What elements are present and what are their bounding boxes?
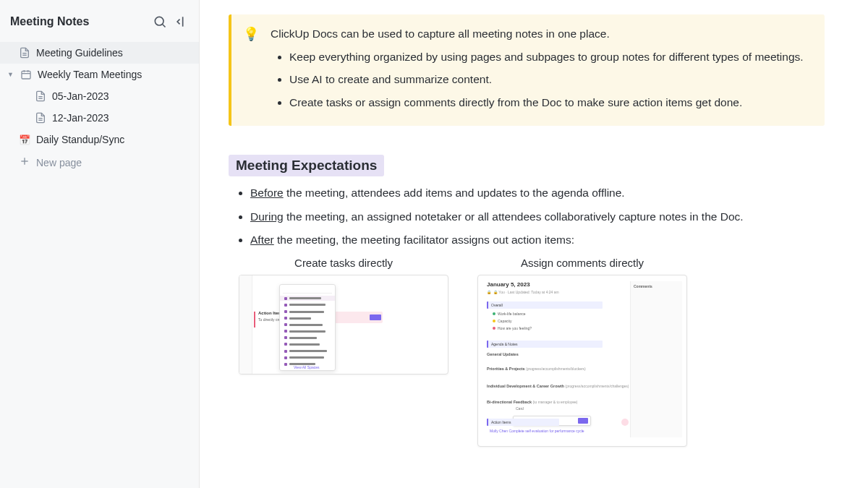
svg-point-0 xyxy=(155,17,163,25)
callout-bullet: Use AI to create and summarize content. xyxy=(289,70,810,89)
sidebar-item-label: Weekly Team Meetings xyxy=(38,69,142,80)
thumbnail-assign-comments[interactable]: January 5, 2023 🔒🔒 You · Last Updated: T… xyxy=(477,275,687,447)
expectation-prefix: Before xyxy=(250,187,284,199)
lock-icon: 🔒 xyxy=(487,290,491,294)
thumb-date: January 5, 2023 xyxy=(487,281,530,288)
sidebar-item-label: 05-Jan-2023 xyxy=(52,90,109,102)
callout-content: ClickUp Docs can be used to capture all … xyxy=(271,25,810,116)
search-icon[interactable] xyxy=(153,14,167,29)
sidebar-nav: Meeting Guidelines ▼ Weekly Team Meeting… xyxy=(0,42,199,488)
expectation-text: the meeting, attendees add items and upd… xyxy=(284,187,625,199)
header-general: General Updates xyxy=(487,352,519,356)
chevron-down-icon[interactable]: ▼ xyxy=(7,71,14,78)
callout-block[interactable]: 💡 ClickUp Docs can be used to capture al… xyxy=(229,14,825,126)
collapse-sidebar-icon[interactable] xyxy=(174,14,189,29)
callout-intro: ClickUp Docs can be used to capture all … xyxy=(271,25,810,43)
column-assign-comments: Assign comments directly January 5, 2023… xyxy=(477,257,687,447)
assignee-avatar xyxy=(621,419,629,426)
doc-icon xyxy=(35,90,46,102)
svg-rect-5 xyxy=(22,71,30,79)
expectation-text: the meeting, the meeting facilitator ass… xyxy=(274,234,574,246)
header-feedback: Bi-directional Feedback (to manager & to… xyxy=(487,400,577,404)
document-content[interactable]: 💡 ClickUp Docs can be used to capture al… xyxy=(200,0,868,488)
section-action: Action Items xyxy=(487,419,559,426)
sidebar-item-12-jan-2023[interactable]: 12-Jan-2023 xyxy=(0,107,199,129)
sidebar-item-daily-standup[interactable]: 📅 Daily Standup/Sync xyxy=(0,129,199,150)
comments-panel: Comments xyxy=(630,281,682,437)
sidebar: Meeting Notes Meeting Guidelines ▼ Weekl… xyxy=(0,0,200,488)
thumbnail-create-tasks[interactable]: Action Items To directly create xyxy=(239,275,448,374)
sidebar-item-weekly-team-meetings[interactable]: ▼ Weekly Team Meetings xyxy=(0,64,199,85)
expectation-text: the meeting, an assigned notetaker or al… xyxy=(284,210,744,223)
svg-line-1 xyxy=(163,25,166,27)
sidebar-item-label: Daily Standup/Sync xyxy=(36,134,124,145)
columns: Create tasks directly Action Items To di… xyxy=(221,257,825,447)
header-dev: Individual Development & Career Growth (… xyxy=(487,384,629,388)
thumb-footer: View All Spaces xyxy=(294,365,319,369)
callout-bullet: Keep everything organized by using pages… xyxy=(289,48,810,67)
section-overall: Overall xyxy=(487,301,603,309)
doc-icon xyxy=(19,47,30,59)
sidebar-header: Meeting Notes xyxy=(0,0,199,42)
expectation-item: Before the meeting, attendees add items … xyxy=(250,184,825,202)
sidebar-item-label: 12-Jan-2023 xyxy=(52,112,109,124)
doc-icon xyxy=(35,112,46,124)
expectation-prefix: After xyxy=(250,234,274,246)
sidebar-item-meeting-guidelines[interactable]: Meeting Guidelines xyxy=(0,42,199,64)
section-heading-expectations[interactable]: Meeting Expectations xyxy=(229,155,384,176)
new-page-button[interactable]: New page xyxy=(0,150,199,174)
card-label: Card xyxy=(516,406,524,411)
section-agenda: Agenda & Notes xyxy=(487,341,603,348)
sidebar-item-label: Meeting Guidelines xyxy=(36,47,123,59)
thumb-meta: 🔒🔒 You · Last Updated: Today at 4:24 am xyxy=(487,290,559,294)
sidebar-header-actions xyxy=(153,14,189,29)
callout-bullet: Create tasks or assign comments directly… xyxy=(289,93,810,112)
sidebar-item-05-jan-2023[interactable]: 05-Jan-2023 xyxy=(0,85,199,107)
column-title: Create tasks directly xyxy=(294,257,393,269)
calendar-emoji-icon: 📅 xyxy=(19,134,30,145)
plus-icon xyxy=(19,155,30,169)
assignee-text: Molly Chen Complete self evaluation for … xyxy=(490,429,584,433)
new-page-label: New page xyxy=(36,157,82,168)
lightbulb-icon: 💡 xyxy=(243,25,259,116)
column-title: Assign comments directly xyxy=(521,257,644,269)
expectation-prefix: During xyxy=(250,210,284,223)
spaces-dropdown xyxy=(279,284,336,371)
expectation-item: During the meeting, an assigned notetake… xyxy=(250,207,825,226)
calendar-icon xyxy=(20,69,32,80)
expectations-list: Before the meeting, attendees add items … xyxy=(221,184,825,249)
sidebar-title: Meeting Notes xyxy=(10,15,89,28)
expectation-item: After the meeting, the meeting facilitat… xyxy=(250,231,825,249)
header-priorities: Priorities & Projects (progress/accompli… xyxy=(487,367,586,371)
column-create-tasks: Create tasks directly Action Items To di… xyxy=(239,257,448,447)
